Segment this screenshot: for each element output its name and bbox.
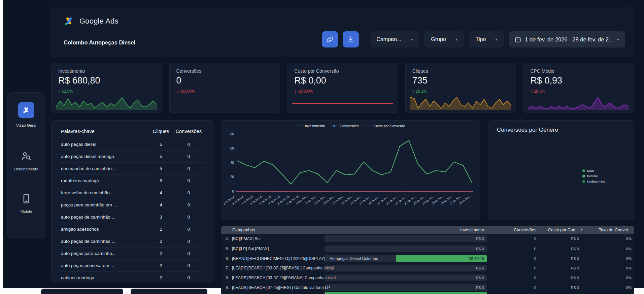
sidebar-item-visao-geral[interactable]: Visão Geral <box>8 102 45 127</box>
keywords-header-clicks[interactable]: Cliques <box>149 129 173 134</box>
keyword-conversions: 0 <box>173 142 205 147</box>
brand-name: Google Ads <box>79 17 118 26</box>
brand-row: Google Ads <box>63 16 118 27</box>
kpi-label: Conversões <box>176 68 202 74</box>
keyword-row[interactable]: ferro velho de caminhão ...40 <box>61 187 205 199</box>
keyword-row[interactable]: auto peças de caminhão ...20 <box>61 235 205 247</box>
campaigns-header-conversoes[interactable]: Conversões <box>514 226 536 234</box>
keyword-text: auto peças princesa em ... <box>61 263 149 268</box>
campaign-conversions: 0 <box>534 273 536 283</box>
svg-text:80: 80 <box>230 132 234 136</box>
sort-caret-icon: ▼ <box>580 226 583 234</box>
investimento-bar: R$ 0 <box>325 265 487 271</box>
campaigns-header-custo-label: Custo por Con... <box>548 226 579 234</box>
campaigns-header-taxa[interactable]: Taxa de Conver... <box>599 226 632 234</box>
gender-legend-label: Female <box>587 174 598 178</box>
keyword-text: auto peças para caminhã... <box>61 251 149 256</box>
kpi-label: Custo por Conversão <box>294 68 339 74</box>
keyword-row[interactable]: auto peças de caminhão ...30 <box>61 211 205 223</box>
keywords-table-body: auto peças diesel50auto peças diesel mar… <box>61 138 205 282</box>
kpi-value: R$ 680,80 <box>58 75 100 86</box>
kpi-delta: ↑62.0% <box>58 89 73 94</box>
group-filter-dropdown[interactable]: Grupo ▾ <box>424 31 464 47</box>
keyword-conversions: 0 <box>173 154 205 159</box>
keyword-conversions: 0 <box>173 166 205 171</box>
keywords-header-name[interactable]: Palavras-chave <box>61 129 149 134</box>
sidebar-item-mobile[interactable]: Mobile <box>8 193 45 214</box>
campaign-row[interactable]: 7.[LEADS][SEARCH][03-07-25][BRASIL] Camp… <box>221 263 634 273</box>
keyword-row[interactable]: auto peças diesel maringa50 <box>61 150 205 162</box>
keyword-row[interactable]: peças para caminhão em ...40 <box>61 199 205 211</box>
keyword-conversions: 0 <box>173 251 205 256</box>
keyword-row[interactable]: auto peças para caminhã...20 <box>61 247 205 259</box>
type-filter-label: Tipo <box>476 36 486 42</box>
campaign-row[interactable]: 4.[BC][PMAX] SulR$ 00R$ 00% <box>221 234 634 244</box>
arrow-up-icon: ↑ <box>58 89 60 94</box>
legend-dot-icon <box>582 175 585 177</box>
svg-text:0: 0 <box>232 190 234 193</box>
svg-text:40: 40 <box>230 161 234 165</box>
keyword-row[interactable]: amigão acessórios20 <box>61 223 205 235</box>
mobile-phone-icon <box>21 193 32 204</box>
campaign-row-number: 8. <box>226 275 229 280</box>
sidebar-item-label: Visão Geral <box>16 123 36 127</box>
campaigns-header-investimento[interactable]: Investimento <box>460 226 484 234</box>
keyword-row[interactable]: auto peças princesa em ...20 <box>61 259 205 271</box>
campaign-row[interactable]: 6.[BRAND][RECONHECIMENTO][12/2025][DISPL… <box>221 254 634 263</box>
kpi-card-2[interactable]: Custo por ConversãoR$ 0,00↓-100.0% <box>287 63 398 113</box>
campaigns-header-name[interactable]: Campanhas <box>232 226 255 234</box>
sidebar-item-detalhamento[interactable]: Detalhamento <box>8 151 45 171</box>
campaigns-table-header: Campanhas Investimento Conversões Custo … <box>221 226 634 234</box>
kpi-card-3[interactable]: Cliques735↑26.1% <box>405 63 516 113</box>
arrow-down-icon: ↓ <box>176 89 178 94</box>
kpi-row: InvestimentoR$ 680,80↑62.0%Conversões0↓-… <box>51 63 634 113</box>
chevron-down-icon: ▾ <box>495 37 497 42</box>
investimento-bar: R$ 0 <box>325 235 487 242</box>
keyword-text: amigão acessórios <box>61 227 149 232</box>
campaign-conversion-rate: 0% <box>626 263 632 273</box>
keyword-row[interactable]: desmanche de caminhão ...50 <box>61 162 205 174</box>
keyword-row[interactable]: rodofreios maringá50 <box>61 174 205 187</box>
date-range-label: 1 de fev. de 2026 - 28 de fev. de 2... <box>525 36 613 43</box>
legend-dot-icon <box>582 180 585 183</box>
svg-text:20: 20 <box>230 175 234 179</box>
partial-card <box>41 289 123 294</box>
campaign-name: 9.[LEADS][SEARCH][07-25][FIRST] Contato … <box>226 283 330 293</box>
type-filter-dropdown[interactable]: Tipo ▾ <box>469 31 504 47</box>
campaign-row[interactable]: 9.[LEADS][SEARCH][07-25][FIRST] Contato … <box>221 283 634 292</box>
keyword-clicks: 4 <box>149 190 173 195</box>
kpi-delta: ↑28.5% <box>530 89 545 94</box>
campaign-filter-dropdown[interactable]: Campan... ▾ <box>370 31 419 47</box>
campaign-conversions: 0 <box>534 283 536 293</box>
keyword-clicks: 3 <box>149 215 173 220</box>
kpi-value: 0 <box>176 75 181 86</box>
keywords-header-conversions[interactable]: Conversões <box>173 129 205 134</box>
kpi-card-4[interactable]: CPC MédioR$ 0,93↑28.5% <box>523 63 634 113</box>
kpi-sparkline <box>292 94 393 110</box>
campaign-row-number: 4. <box>226 236 229 241</box>
kpi-card-1[interactable]: Conversões0↓-100.0% <box>169 63 280 113</box>
campaigns-header-custo[interactable]: Custo por Con... ▼ <box>548 226 583 234</box>
legend-item: Conversões <box>331 124 359 128</box>
campaign-cost-per-conversion: R$ 0 <box>571 273 579 283</box>
date-range-picker[interactable]: 1 de fev. de 2026 - 28 de fev. de 2... ▾ <box>509 31 625 47</box>
download-button[interactable] <box>343 31 359 47</box>
campaign-filter-label: Campan... <box>376 36 401 42</box>
gender-legend-item: Male <box>582 169 605 172</box>
reset-link-button[interactable] <box>322 31 338 47</box>
campaign-name: 5.[BC][LP] Sul [PMAX] <box>226 244 269 254</box>
header-card: Google Ads Colombo Autopeças Diesel Camp… <box>51 7 634 57</box>
sidebar-item-label: Mobile <box>21 209 32 214</box>
keyword-row[interactable]: auto peças diesel50 <box>61 138 205 150</box>
legend-swatch-icon <box>365 126 371 126</box>
kpi-card-0[interactable]: InvestimentoR$ 680,80↑62.0% <box>51 63 162 113</box>
campaigns-table-card: Campanhas Investimento Conversões Custo … <box>221 226 634 294</box>
keyword-row[interactable]: cabines maringa20 <box>61 271 205 282</box>
campaign-row[interactable]: 5.[BC][LP] Sul [PMAX]R$ 00R$ 00% <box>221 244 634 254</box>
keyword-conversions: 0 <box>173 178 205 183</box>
campaign-row[interactable]: 8.[LEADS][SEARCH][03-07-25][PARANA] Camp… <box>221 273 634 283</box>
legend-dot-icon <box>582 169 585 172</box>
download-icon <box>347 36 354 43</box>
gender-legend-item: Female <box>582 174 605 178</box>
gender-legend-item: Undetermine <box>582 179 605 183</box>
